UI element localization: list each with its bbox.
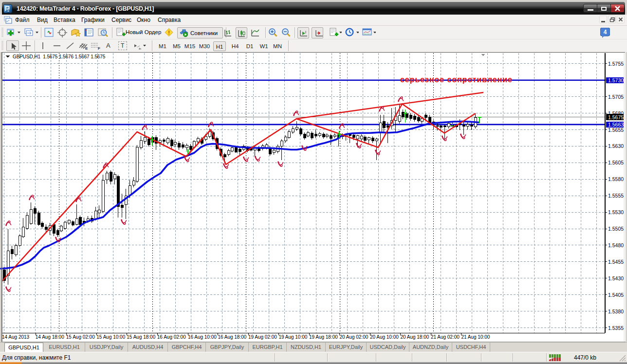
- svg-text:1.5663: 1.5663: [608, 122, 624, 127]
- svg-text:1.5430: 1.5430: [608, 275, 624, 281]
- svg-text:1.5530: 1.5530: [608, 209, 624, 215]
- svg-text:1.5605: 1.5605: [608, 160, 624, 165]
- svg-text:20 Aug 18:00: 20 Aug 18:00: [400, 334, 429, 340]
- svg-text:1.5755: 1.5755: [608, 61, 624, 67]
- svg-text:21 Aug 02:00: 21 Aug 02:00: [431, 334, 460, 340]
- svg-text:16 Aug 10:00: 16 Aug 10:00: [188, 334, 217, 340]
- svg-text:F: F: [98, 46, 100, 51]
- svg-text:21 Aug 10:00: 21 Aug 10:00: [461, 334, 490, 340]
- svg-text:1.5555: 1.5555: [608, 193, 624, 199]
- svg-text:20 Aug 02:00: 20 Aug 02:00: [339, 334, 368, 340]
- svg-text:14 Aug 2013: 14 Aug 2013: [2, 334, 30, 340]
- svg-text:1.5655: 1.5655: [608, 127, 624, 133]
- svg-text:1.5705: 1.5705: [608, 94, 624, 100]
- svg-text:серьезное сопротивление: серьезное сопротивление: [400, 75, 512, 84]
- svg-text:1.5675: 1.5675: [608, 114, 624, 120]
- svg-text:19 Aug 18:00: 19 Aug 18:00: [309, 334, 338, 340]
- svg-text:1.5405: 1.5405: [608, 292, 624, 298]
- svg-text:15 Aug 10:00: 15 Aug 10:00: [96, 334, 125, 340]
- svg-text:1.5355: 1.5355: [608, 325, 624, 331]
- svg-text:1.5505: 1.5505: [608, 226, 624, 232]
- svg-text:16 Aug 02:00: 16 Aug 02:00: [157, 334, 186, 340]
- svg-text:GBPUSD,H1 1.5675 1.5676 1.566: GBPUSD,H1 1.5675 1.5676 1.5667 1.5675: [13, 54, 106, 59]
- svg-text:1.5480: 1.5480: [608, 242, 624, 248]
- svg-text:4: 4: [604, 29, 607, 36]
- svg-text:14 Aug 18:00: 14 Aug 18:00: [36, 334, 64, 340]
- svg-text:1.5580: 1.5580: [608, 176, 624, 182]
- svg-text:19 Aug 10:00: 19 Aug 10:00: [278, 334, 307, 340]
- svg-text:!: !: [168, 30, 170, 36]
- svg-text:E: E: [85, 46, 88, 51]
- svg-text:19 Aug 02:00: 19 Aug 02:00: [248, 334, 277, 340]
- svg-text:15 Aug 02:00: 15 Aug 02:00: [66, 334, 95, 340]
- svg-text:1.5380: 1.5380: [608, 309, 624, 314]
- svg-text:15 Aug 18:00: 15 Aug 18:00: [127, 334, 155, 340]
- svg-text:1.5455: 1.5455: [608, 259, 624, 265]
- svg-text:1.5730: 1.5730: [608, 77, 624, 83]
- svg-text:16 Aug 18:00: 16 Aug 18:00: [218, 334, 246, 340]
- svg-text:1.5630: 1.5630: [608, 143, 624, 149]
- svg-text:20 Aug 10:00: 20 Aug 10:00: [370, 334, 399, 340]
